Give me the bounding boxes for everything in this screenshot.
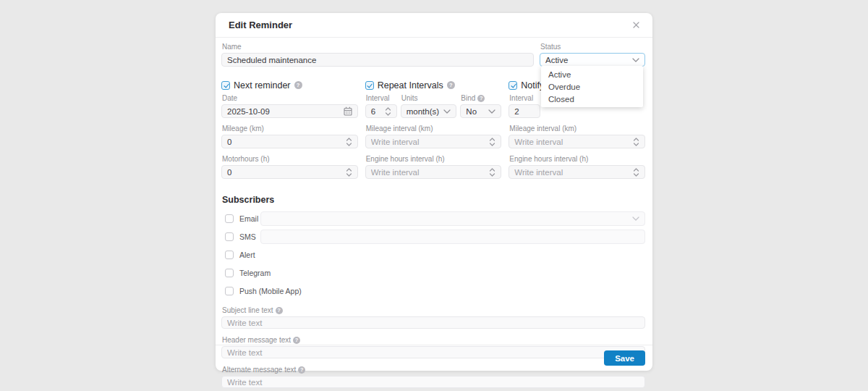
status-select[interactable]: Active bbox=[540, 53, 645, 67]
help-icon bbox=[477, 95, 485, 102]
telegram-checkbox[interactable] bbox=[225, 269, 234, 277]
header-message-label: Header message text bbox=[222, 337, 291, 344]
subscriber-row-alert: Alert bbox=[221, 248, 645, 262]
edit-reminder-modal: Edit Reminder Name Status Active bbox=[216, 13, 652, 371]
repeat-mileage-interval-label: Mileage interval (km) bbox=[366, 125, 433, 133]
motorhours-label: Motorhours (h) bbox=[222, 156, 270, 163]
email-select[interactable] bbox=[260, 211, 645, 226]
alternate-message-input-wrap bbox=[221, 376, 645, 388]
help-icon bbox=[293, 337, 300, 344]
subject-line-input-wrap bbox=[221, 316, 645, 329]
stepper-icon[interactable] bbox=[385, 106, 391, 117]
email-label: Email bbox=[239, 214, 258, 223]
notify-mileage-interval-label: Mileage interval (km) bbox=[509, 125, 576, 133]
subject-line-label: Subject line text bbox=[222, 307, 273, 314]
repeat-mileage-interval-wrap bbox=[365, 135, 502, 148]
notify-interval-input[interactable] bbox=[514, 107, 535, 116]
notify-mileage-interval-input[interactable] bbox=[514, 138, 630, 146]
bind-select[interactable]: No bbox=[460, 104, 501, 118]
motorhours-input[interactable] bbox=[227, 168, 343, 177]
next-reminder-title: Next reminder bbox=[234, 80, 291, 91]
stepper-icon[interactable] bbox=[633, 167, 639, 177]
repeat-intervals-section: Repeat Intervals Interval Units bbox=[365, 79, 502, 186]
repeat-engine-hours-label: Engine hours interval (h) bbox=[366, 156, 445, 163]
help-icon bbox=[276, 307, 283, 314]
notify-checkbox[interactable] bbox=[509, 81, 517, 90]
motorhours-input-wrap bbox=[221, 165, 358, 179]
notify-engine-hours-input[interactable] bbox=[514, 168, 630, 177]
push-checkbox[interactable] bbox=[225, 287, 234, 295]
repeat-intervals-checkbox[interactable] bbox=[365, 81, 374, 90]
notify-interval-input-wrap bbox=[509, 104, 540, 118]
repeat-engine-hours-input[interactable] bbox=[371, 168, 487, 177]
date-value: 2025-10-09 bbox=[227, 107, 341, 116]
next-reminder-section: Next reminder Date 2025-10-09 bbox=[221, 79, 358, 186]
modal-title: Edit Reminder bbox=[229, 20, 292, 30]
alert-label: Alert bbox=[239, 251, 255, 259]
close-icon[interactable] bbox=[631, 20, 641, 30]
status-dropdown-menu: Active Overdue Closed bbox=[541, 66, 643, 107]
subscriber-row-email: Email bbox=[221, 211, 645, 226]
interval-label: Interval bbox=[366, 95, 390, 102]
notify-engine-hours-wrap bbox=[509, 165, 645, 179]
help-icon bbox=[294, 81, 302, 89]
repeat-engine-hours-wrap bbox=[365, 165, 502, 179]
subscriber-row-telegram: Telegram bbox=[221, 266, 645, 280]
sms-input[interactable] bbox=[266, 232, 639, 241]
stepper-icon[interactable] bbox=[346, 167, 352, 177]
chevron-down-icon bbox=[443, 109, 451, 114]
repeat-mileage-interval-input[interactable] bbox=[371, 138, 487, 146]
alert-checkbox[interactable] bbox=[225, 251, 234, 259]
modal-header: Edit Reminder bbox=[216, 13, 652, 38]
units-label: Units bbox=[401, 95, 418, 102]
status-option-active[interactable]: Active bbox=[541, 68, 643, 80]
chevron-down-icon bbox=[632, 216, 639, 221]
chevron-down-icon bbox=[632, 58, 639, 62]
sms-label: SMS bbox=[239, 232, 256, 241]
units-select[interactable]: month(s) bbox=[401, 104, 457, 118]
subscriber-row-sms: SMS bbox=[221, 230, 645, 244]
status-select-value: Active bbox=[545, 56, 629, 64]
stepper-icon[interactable] bbox=[489, 167, 495, 177]
bind-label: Bind bbox=[461, 95, 475, 102]
date-label: Date bbox=[222, 95, 237, 102]
name-input-wrap bbox=[221, 53, 534, 67]
mileage-label: Mileage (km) bbox=[222, 125, 264, 133]
status-option-overdue[interactable]: Overdue bbox=[541, 80, 643, 93]
stepper-icon[interactable] bbox=[489, 137, 495, 147]
repeat-interval-input[interactable] bbox=[371, 107, 382, 116]
repeat-intervals-title: Repeat Intervals bbox=[378, 80, 443, 91]
alternate-message-input[interactable] bbox=[227, 378, 639, 387]
chevron-down-icon bbox=[488, 109, 495, 114]
modal-footer: Save bbox=[216, 345, 652, 371]
help-icon bbox=[447, 81, 455, 89]
notify-interval-label: Interval bbox=[509, 95, 533, 102]
subject-line-input[interactable] bbox=[227, 319, 639, 327]
next-reminder-checkbox[interactable] bbox=[221, 81, 230, 90]
notify-engine-hours-label: Engine hours interval (h) bbox=[509, 156, 588, 163]
telegram-label: Telegram bbox=[239, 269, 271, 277]
sms-checkbox[interactable] bbox=[225, 232, 234, 241]
mileage-input-wrap bbox=[221, 135, 358, 148]
name-input[interactable] bbox=[227, 56, 528, 64]
repeat-interval-input-wrap bbox=[365, 104, 397, 118]
calendar-icon[interactable] bbox=[344, 106, 352, 116]
sms-input-wrap bbox=[260, 230, 645, 244]
mileage-input[interactable] bbox=[227, 138, 343, 146]
email-checkbox[interactable] bbox=[225, 214, 234, 223]
push-label: Push (Mobile App) bbox=[239, 287, 302, 295]
status-label: Status bbox=[540, 43, 561, 51]
notify-mileage-interval-wrap bbox=[509, 135, 645, 148]
stepper-icon[interactable] bbox=[346, 137, 352, 147]
date-input[interactable]: 2025-10-09 bbox=[221, 104, 358, 118]
name-label: Name bbox=[222, 43, 242, 51]
subscribers-title: Subscribers bbox=[222, 195, 645, 205]
stepper-icon[interactable] bbox=[633, 137, 639, 147]
save-button[interactable]: Save bbox=[604, 350, 645, 366]
subscriber-row-push: Push (Mobile App) bbox=[221, 284, 645, 298]
status-option-closed[interactable]: Closed bbox=[541, 93, 643, 105]
